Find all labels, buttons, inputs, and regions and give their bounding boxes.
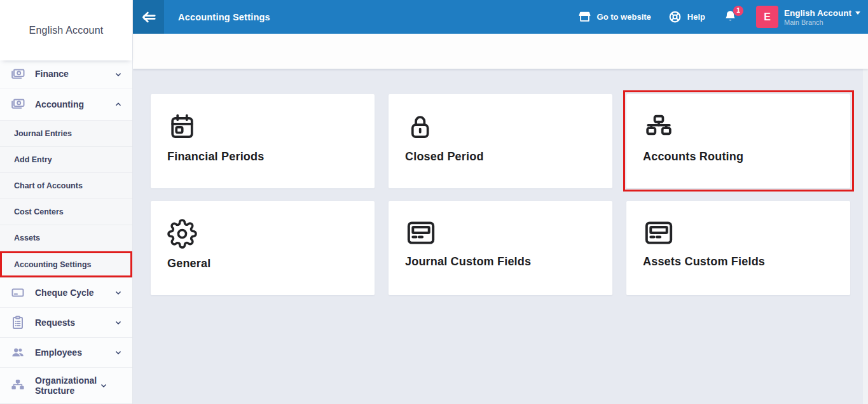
card-title: Accounts Routing: [643, 150, 850, 164]
avatar: E: [756, 6, 778, 28]
sidebar-subitem-label: Journal Entries: [14, 129, 72, 138]
card-journal-custom-fields[interactable]: Journal Custom Fields: [389, 201, 612, 295]
lock-icon: [405, 112, 612, 142]
app-root: English Account Finance: [0, 0, 868, 404]
sidebar-subitem-label: Assets: [14, 233, 40, 242]
sidebar-subitem-label: Cost Centers: [14, 207, 64, 216]
people-icon: [10, 344, 26, 361]
accounting-submenu: Journal Entries Add Entry Chart of Accou…: [0, 121, 132, 278]
custom-fields-icon: [405, 219, 612, 247]
storefront-icon: [578, 10, 591, 24]
chevron-down-icon: [99, 380, 109, 391]
sidebar-item-journal-entries[interactable]: Journal Entries: [0, 121, 132, 147]
sidebar-item-chart-of-accounts[interactable]: Chart of Accounts: [0, 173, 132, 199]
sidebar-item-label: Finance: [35, 69, 113, 79]
card-closed-period[interactable]: Closed Period: [389, 94, 612, 188]
chevron-down-icon: [113, 288, 123, 298]
notifications-button[interactable]: 1: [722, 9, 739, 25]
account-name: English Account: [784, 8, 851, 18]
help-label: Help: [687, 12, 705, 22]
sidebar-subitem-label: Chart of Accounts: [14, 181, 83, 190]
card-title: Journal Custom Fields: [405, 255, 612, 268]
account-menu-button[interactable]: E English Account Main Branch: [756, 6, 860, 28]
account-title: English Account: [29, 25, 104, 36]
caret-down-icon: [855, 11, 860, 15]
sidebar-item-label: Cheque Cycle: [35, 288, 113, 298]
gear-icon: [167, 219, 375, 249]
sidebar-item-cheque-cycle[interactable]: Cheque Cycle: [0, 278, 132, 308]
sidebar-item-label: Accounting: [35, 99, 113, 109]
calendar-icon: [167, 112, 375, 142]
chevron-down-icon: [113, 347, 123, 358]
page-title: Accounting Settings: [178, 12, 270, 22]
sidebar-menu: Finance Accounting: [0, 60, 132, 404]
sidebar-item-organizational-structure[interactable]: Organizational Structure: [0, 368, 132, 404]
card-title: General: [167, 257, 375, 270]
double-left-arrow-icon: [141, 9, 157, 25]
card-general[interactable]: General: [151, 201, 375, 295]
sidebar-account-header: English Account: [0, 0, 132, 60]
branch-name: Main Branch: [784, 18, 860, 26]
life-buoy-icon: [668, 10, 682, 24]
sidebar-subitem-label: Add Entry: [14, 155, 52, 164]
sidebar: English Account Finance: [0, 0, 133, 404]
chevron-down-icon: [113, 317, 123, 328]
card-assets-custom-fields[interactable]: Assets Custom Fields: [626, 201, 850, 295]
topbar: Accounting Settings Go to website: [133, 0, 868, 34]
sidebar-item-employees[interactable]: Employees: [0, 338, 132, 368]
banknote-icon: [10, 66, 26, 83]
subheader-strip: [133, 34, 868, 69]
settings-content: Financial Periods Closed Period: [133, 69, 868, 404]
banknote-icon: [10, 96, 26, 113]
sidebar-item-requests[interactable]: Requests: [0, 308, 132, 338]
sidebar-item-cost-centers[interactable]: Cost Centers: [0, 199, 132, 225]
org-chart-icon: [10, 377, 26, 394]
chevron-down-icon: [113, 69, 123, 80]
card-financial-periods[interactable]: Financial Periods: [151, 94, 375, 188]
sidebar-item-label: Employees: [35, 347, 113, 358]
go-to-website-label: Go to website: [597, 12, 651, 22]
clipboard-icon: [10, 314, 26, 331]
help-button[interactable]: Help: [668, 10, 705, 24]
sidebar-item-assets[interactable]: Assets: [0, 225, 132, 251]
account-name-block: English Account Main Branch: [784, 8, 860, 26]
topbar-actions: Go to website Help: [578, 6, 868, 28]
collapse-sidebar-button[interactable]: [133, 0, 164, 34]
sidebar-subitem-label: Accounting Settings: [14, 260, 92, 269]
card-title: Closed Period: [405, 150, 612, 164]
go-to-website-button[interactable]: Go to website: [578, 10, 651, 24]
sidebar-item-add-entry[interactable]: Add Entry: [0, 147, 132, 173]
chevron-up-icon: [113, 99, 123, 109]
sidebar-item-accounting[interactable]: Accounting: [0, 88, 132, 121]
card-title: Financial Periods: [167, 150, 375, 164]
card-accounts-routing[interactable]: Accounts Routing: [626, 94, 850, 188]
sidebar-item-label: Requests: [35, 317, 113, 328]
scrollbar-track[interactable]: [863, 69, 868, 404]
sidebar-item-finance[interactable]: Finance: [0, 60, 132, 88]
notification-badge: 1: [733, 6, 743, 16]
card-title: Assets Custom Fields: [643, 255, 850, 268]
cheque-icon: [10, 284, 26, 301]
sidebar-item-label: Organizational Structure: [35, 375, 99, 396]
custom-fields-icon: [643, 219, 850, 247]
settings-card-grid: Financial Periods Closed Period: [151, 94, 850, 295]
network-hierarchy-icon: [643, 112, 850, 142]
sidebar-item-accounting-settings[interactable]: Accounting Settings: [0, 251, 132, 278]
